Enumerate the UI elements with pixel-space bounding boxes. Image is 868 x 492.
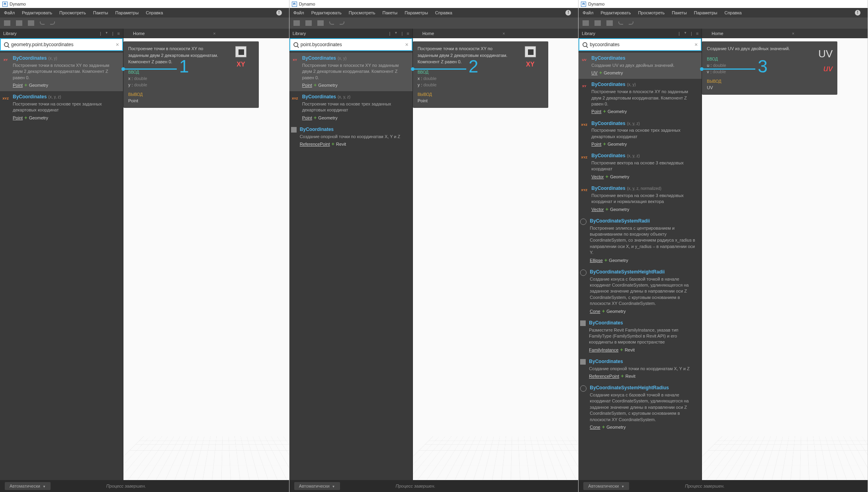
search-input[interactable] bbox=[590, 42, 694, 47]
tab-home[interactable]: Home bbox=[128, 31, 149, 36]
result-content: ByCoordinatesСоздание опорной точки по к… bbox=[589, 358, 698, 380]
result-item[interactable]: XYZByCoordinates(x, y, z)Построение точк… bbox=[579, 118, 702, 150]
result-item[interactable]: XYZByCoordinates(x, y, z)Построение точк… bbox=[0, 91, 123, 124]
menu-item[interactable]: Просмотреть bbox=[349, 10, 375, 15]
result-item[interactable]: ByCoordinateSystemRadiiПостроение эллипс… bbox=[579, 215, 702, 266]
menu-item[interactable]: Пакеты bbox=[672, 10, 687, 15]
run-mode-dropdown[interactable]: Автоматически▼ bbox=[294, 482, 340, 490]
menu-item[interactable]: Редактировать bbox=[22, 10, 52, 15]
result-item[interactable]: ByCoordinatesРазместите Revit FamilyInst… bbox=[579, 317, 702, 356]
search-icon bbox=[583, 42, 587, 47]
menu-item[interactable]: Редактировать bbox=[311, 10, 342, 15]
plus-icon: + bbox=[24, 115, 27, 121]
result-content: ByCoordinates(x, y, z)Построение точки н… bbox=[302, 94, 409, 121]
new-file-icon[interactable] bbox=[293, 20, 300, 26]
result-item[interactable]: UVByCoordinatesСоздание UV из двух двойн… bbox=[579, 53, 702, 79]
workspace-canvas[interactable]: Построение точки в плоскости XY по задан… bbox=[413, 38, 579, 480]
menu-item[interactable]: Параметры bbox=[405, 10, 428, 15]
workspace-canvas[interactable]: Создание UV из двух двойных значений.UVu… bbox=[702, 38, 868, 480]
menu-item[interactable]: Редактировать bbox=[600, 10, 631, 15]
search-box[interactable]: × bbox=[289, 38, 412, 51]
shape-icon bbox=[580, 269, 586, 276]
list-icon[interactable]: ≡ bbox=[696, 31, 698, 36]
info-icon[interactable]: ! bbox=[565, 10, 571, 16]
clear-icon[interactable]: × bbox=[116, 41, 119, 48]
clear-icon[interactable]: × bbox=[405, 41, 408, 48]
result-item[interactable]: ByCoordinateSystemHeightRadiiСоздание ко… bbox=[579, 266, 702, 317]
result-path: UV bbox=[591, 70, 597, 75]
xyz-icon: XYZ bbox=[580, 186, 588, 194]
menu-item[interactable]: Справка bbox=[724, 10, 741, 15]
result-name: ByCoordinates bbox=[591, 55, 625, 61]
result-item[interactable]: ByCoordinateSystemHeightRadiusСоздание к… bbox=[579, 382, 702, 433]
info-icon[interactable]: ! bbox=[276, 10, 282, 16]
result-category: Geometry bbox=[604, 70, 623, 75]
menu-item[interactable]: Справка bbox=[146, 10, 163, 15]
search-box[interactable]: × bbox=[579, 38, 702, 51]
undo-icon[interactable] bbox=[40, 21, 45, 25]
clear-icon[interactable]: × bbox=[694, 41, 698, 48]
menu-item[interactable]: Файл bbox=[583, 10, 593, 15]
result-description: Построение точки в плоскости XY по задан… bbox=[591, 89, 698, 107]
result-item[interactable]: ByCoordinatesСоздание опорной точки по к… bbox=[579, 356, 702, 382]
menu-item[interactable]: Просмотреть bbox=[59, 10, 86, 15]
filter-icon[interactable]: ▼ bbox=[684, 31, 687, 36]
undo-icon[interactable] bbox=[329, 21, 334, 25]
result-item[interactable]: ByCoordinatesСоздание опорной точки по к… bbox=[289, 124, 412, 150]
run-mode-dropdown[interactable]: Автоматически▼ bbox=[5, 482, 51, 490]
result-category: Geometry bbox=[610, 174, 629, 179]
workspace-canvas[interactable]: Построение точки в плоскости XY по задан… bbox=[123, 38, 289, 480]
close-tab-icon[interactable]: × bbox=[792, 31, 794, 36]
result-item[interactable]: XYByCoordinates(x, y)Построение точки в … bbox=[0, 53, 123, 91]
result-item[interactable]: XYZByCoordinates(x, y, z, normalized)Пос… bbox=[579, 183, 702, 215]
close-tab-icon[interactable]: × bbox=[213, 31, 215, 36]
redo-icon[interactable] bbox=[629, 21, 633, 25]
redo-icon[interactable] bbox=[340, 21, 344, 25]
menu-item[interactable]: Пакеты bbox=[382, 10, 397, 15]
search-input[interactable] bbox=[301, 42, 405, 47]
canvas-area: Home×Построение точки в плоскости XY по … bbox=[413, 29, 579, 480]
search-results: XYByCoordinates(x, y)Построение точки в … bbox=[0, 51, 123, 480]
open-file-icon[interactable] bbox=[594, 20, 601, 26]
result-name: ByCoordinateSystemHeightRadius bbox=[590, 385, 669, 390]
menu-item[interactable]: Пакеты bbox=[93, 10, 108, 15]
menu-item[interactable]: Параметры bbox=[694, 10, 717, 15]
list-icon[interactable]: ≡ bbox=[117, 31, 120, 36]
result-item[interactable]: XYZByCoordinates(x, y, z)Построение точк… bbox=[289, 91, 412, 124]
tab-home[interactable]: Home bbox=[707, 31, 728, 36]
save-file-icon[interactable] bbox=[28, 20, 34, 26]
result-content: ByCoordinateSystemHeightRadiusСоздание к… bbox=[590, 385, 698, 431]
save-file-icon[interactable] bbox=[606, 20, 613, 26]
result-item[interactable]: XYZByCoordinates(x, y, z)Построение вект… bbox=[579, 150, 702, 183]
new-file-icon[interactable] bbox=[583, 20, 589, 26]
result-description: Построение вектора на основе 3 евклидовы… bbox=[591, 193, 698, 205]
tooltip-output-label: ВЫВОД bbox=[128, 92, 254, 98]
menu-item[interactable]: Файл bbox=[4, 10, 15, 15]
new-file-icon[interactable] bbox=[4, 20, 10, 26]
tab-home[interactable]: Home bbox=[418, 31, 439, 36]
open-file-icon[interactable] bbox=[16, 20, 22, 26]
result-name: ByCoordinates bbox=[589, 320, 623, 326]
redo-icon[interactable] bbox=[50, 21, 55, 25]
menu-item[interactable]: Справка bbox=[435, 10, 452, 15]
close-tab-icon[interactable]: × bbox=[502, 31, 505, 36]
search-input[interactable] bbox=[11, 42, 116, 47]
open-file-icon[interactable] bbox=[305, 20, 312, 26]
result-path: Point bbox=[591, 109, 601, 114]
menu-item[interactable]: Файл bbox=[293, 10, 304, 15]
list-icon[interactable]: ≡ bbox=[407, 31, 409, 36]
result-item[interactable]: XYByCoordinates(x, y)Построение точки в … bbox=[289, 53, 412, 91]
run-mode-dropdown[interactable]: Автоматически▼ bbox=[583, 482, 629, 490]
result-category: Geometry bbox=[318, 115, 337, 120]
menu-item[interactable]: Параметры bbox=[115, 10, 139, 15]
info-icon[interactable]: ! bbox=[855, 10, 860, 16]
save-file-icon[interactable] bbox=[317, 20, 324, 26]
filter-icon[interactable]: ▼ bbox=[394, 31, 397, 36]
undo-icon[interactable] bbox=[618, 21, 623, 25]
result-item[interactable]: XYByCoordinates(x, y)Построение точки в … bbox=[579, 79, 702, 117]
filter-icon[interactable]: ▼ bbox=[105, 31, 108, 36]
menu-item[interactable]: Просмотреть bbox=[638, 10, 665, 15]
search-box[interactable]: × bbox=[0, 38, 123, 51]
divider-icon: | bbox=[100, 31, 101, 36]
plus-icon: + bbox=[24, 82, 27, 88]
